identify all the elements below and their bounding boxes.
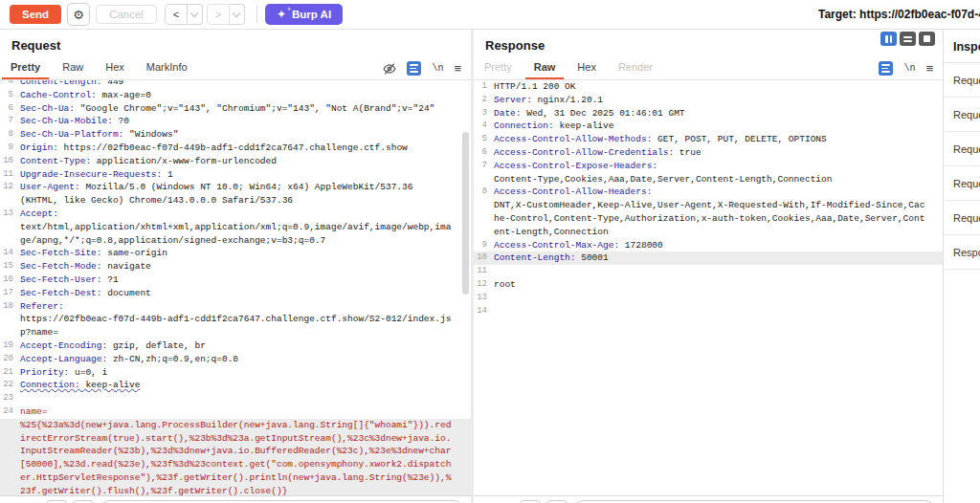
forward-chevron-icon: > bbox=[215, 9, 221, 20]
history-back-group: < bbox=[165, 4, 203, 25]
editor-line: irectErrorStream(true).start(),%23b%3d%2… bbox=[0, 432, 471, 446]
request-scrollbar[interactable] bbox=[462, 132, 469, 295]
send-settings-button[interactable]: ⚙ bbox=[67, 3, 90, 26]
editor-line: DNT,X-CustomHeader,Keep-Alive,User-Agent… bbox=[474, 199, 943, 212]
editor-line: [50000],%23d.read(%23e),%23f%3d%23contex… bbox=[0, 458, 471, 471]
request-tabrow: PrettyRawHexMarkInfo \n ≡ bbox=[0, 55, 471, 80]
gear-icon: ⚙ bbox=[73, 8, 84, 22]
tab-render[interactable]: Render bbox=[617, 57, 654, 79]
response-search-bar: ⚙ bbox=[474, 495, 943, 503]
request-title: Request bbox=[0, 30, 471, 55]
burp-ai-label: Burp AI bbox=[292, 9, 331, 20]
editor-line: 17Sec-Fetch-Dest: document bbox=[0, 287, 471, 300]
tab-hex[interactable]: Hex bbox=[576, 57, 597, 79]
history-back-button[interactable]: < bbox=[165, 4, 188, 25]
history-back-dropdown[interactable] bbox=[188, 4, 203, 25]
editor-line: ent-Length,Connection bbox=[474, 226, 943, 239]
target-url: Target: https://02fb0eac-f07d-449b-adf1-… bbox=[818, 0, 980, 29]
layout-rows-button[interactable] bbox=[900, 32, 916, 46]
editor-menu-icon[interactable]: ≡ bbox=[925, 61, 933, 76]
layout-single-button[interactable] bbox=[919, 32, 935, 46]
editor-line: 19Accept-Encoding: gzip, deflate, br bbox=[0, 339, 471, 353]
editor-line: he-Control,Content-Type,Authorization,x-… bbox=[474, 212, 943, 226]
prettify-toggle-icon[interactable] bbox=[879, 61, 893, 76]
editor-line: 11Upgrade-Insecure-Requests: 1 bbox=[0, 168, 471, 182]
prettify-toggle-icon[interactable] bbox=[407, 61, 421, 76]
back-chevron-icon: < bbox=[173, 9, 179, 20]
editor-line: 18Referer: bbox=[0, 300, 471, 314]
tab-pretty[interactable]: Pretty bbox=[10, 57, 41, 79]
editor-line: 7Access-Control-Expose-Headers: bbox=[474, 160, 943, 173]
editor-line: 13 bbox=[474, 292, 943, 305]
inspector-title: Inspector bbox=[944, 30, 980, 63]
editor-line: 14 bbox=[474, 305, 943, 318]
editor-line: text/html,application/xhtml+xml,applicat… bbox=[0, 221, 471, 234]
editor-line: 11 bbox=[474, 265, 943, 278]
inspector-section-request-query-parameters[interactable]: Request query parameters bbox=[944, 98, 980, 132]
search-input[interactable] bbox=[573, 500, 935, 503]
inspector-section-request-cookies[interactable]: Request cookies bbox=[944, 166, 980, 201]
editor-line: 21Priority: u=0, i bbox=[0, 366, 471, 380]
layout-columns-button[interactable] bbox=[880, 32, 897, 46]
repeater-main: Request PrettyRawHexMarkInfo \n ≡ 4Conte… bbox=[0, 30, 980, 503]
editor-line: 8Sec-Ch-Ua-Platform: "Windows" bbox=[0, 128, 471, 142]
editor-line: 13Accept: bbox=[0, 208, 471, 221]
editor-line: p?name= bbox=[0, 326, 471, 339]
search-next-button[interactable] bbox=[546, 500, 568, 503]
inspector-section-request-body-parameters[interactable]: Request body parameters bbox=[944, 132, 980, 166]
response-panel: Response PrettyRawHexRender \n ≡ 1HTTP/1… bbox=[474, 30, 943, 503]
editor-line: 24name= bbox=[0, 405, 471, 419]
inspector-section-response-headers[interactable]: Response headers bbox=[944, 235, 980, 270]
toolbar-separator bbox=[256, 6, 257, 23]
send-button[interactable]: Send bbox=[10, 5, 61, 24]
response-editor[interactable]: 1HTTP/1.1 200 OK2Server: nginx/1.20.13Da… bbox=[474, 80, 943, 503]
search-input[interactable] bbox=[100, 500, 463, 503]
show-newlines-icon[interactable]: \n bbox=[432, 63, 443, 74]
editor-line: 1HTTP/1.1 200 OK bbox=[474, 80, 943, 94]
tab-raw[interactable]: Raw bbox=[61, 57, 84, 79]
editor-line: 20Accept-Language: zh-CN,zh;q=0.9,en;q=0… bbox=[0, 353, 471, 366]
inspector-section-request-headers[interactable]: Request headers bbox=[944, 201, 980, 235]
editor-line: Content-Type,Cookies,Aaa,Date,Server,Con… bbox=[474, 173, 943, 186]
editor-line: 12root bbox=[474, 278, 943, 292]
editor-line: 6Sec-Ch-Ua: "Google Chrome";v="143", "Ch… bbox=[0, 102, 471, 116]
show-newlines-icon[interactable]: \n bbox=[903, 63, 915, 74]
search-prev-button[interactable] bbox=[46, 500, 67, 503]
editor-line: (KHTML, like Gecko) Chrome/143.0.0.0 Saf… bbox=[0, 194, 471, 208]
editor-line: 22Connection: keep-alive bbox=[0, 379, 471, 392]
request-editor[interactable]: 4Content-Length: 4495Cache-Control: max-… bbox=[0, 80, 471, 503]
request-editor-icons: \n ≡ bbox=[383, 61, 461, 79]
editor-line: 6Access-Control-Allow-Credentials: true bbox=[474, 146, 943, 160]
chevron-down-icon bbox=[190, 9, 198, 16]
editor-line: 4Content-Length: 449 bbox=[0, 80, 471, 89]
response-editor-icons: \n ≡ bbox=[879, 61, 933, 79]
hide-matches-icon[interactable] bbox=[383, 62, 396, 76]
editor-line: https://02fb0eac-f07d-449b-adf1-cdd1f2ca… bbox=[0, 313, 471, 326]
tab-hex[interactable]: Hex bbox=[104, 57, 125, 79]
toolbar: Send ⚙ Cancel < > ✦+ Burp AI Target: htt… bbox=[0, 0, 980, 30]
editor-line: 9Origin: https://02fb0eac-f07d-449b-adf1… bbox=[0, 142, 471, 155]
cancel-button[interactable]: Cancel bbox=[96, 5, 157, 24]
history-forward-dropdown[interactable] bbox=[230, 4, 245, 25]
editor-line: 4Connection: keep-alive bbox=[474, 120, 943, 133]
search-prev-button[interactable] bbox=[520, 500, 541, 503]
history-forward-group: > bbox=[207, 4, 245, 25]
tab-markinfo[interactable]: MarkInfo bbox=[145, 57, 189, 79]
editor-line: 9Access-Control-Max-Age: 1728000 bbox=[474, 239, 943, 252]
request-search-bar: ⚙ bbox=[0, 495, 471, 503]
history-forward-button[interactable]: > bbox=[207, 4, 230, 25]
sparkle-icon: ✦+ bbox=[277, 8, 286, 21]
editor-line: InputStreamReader(%23b),%23d%3dnew+java.… bbox=[0, 445, 471, 458]
response-title: Response bbox=[474, 30, 943, 55]
editor-line: 7Sec-Ch-Ua-Mobile: ?0 bbox=[0, 115, 471, 128]
editor-line: 10Content-Type: application/x-www-form-u… bbox=[0, 155, 471, 168]
editor-line: %25{%23a%3d(new+java.lang.ProcessBuilder… bbox=[0, 419, 471, 432]
tab-raw[interactable]: Raw bbox=[533, 57, 557, 79]
inspector-section-request-attributes[interactable]: Request attributes bbox=[944, 63, 980, 98]
search-next-button[interactable] bbox=[73, 500, 94, 503]
layout-toggle-group bbox=[880, 32, 935, 46]
tab-pretty[interactable]: Pretty bbox=[483, 57, 513, 79]
editor-line: 15Sec-Fetch-Mode: navigate bbox=[0, 260, 471, 273]
burp-ai-button[interactable]: ✦+ Burp AI bbox=[265, 4, 343, 25]
editor-menu-icon[interactable]: ≡ bbox=[454, 61, 461, 76]
